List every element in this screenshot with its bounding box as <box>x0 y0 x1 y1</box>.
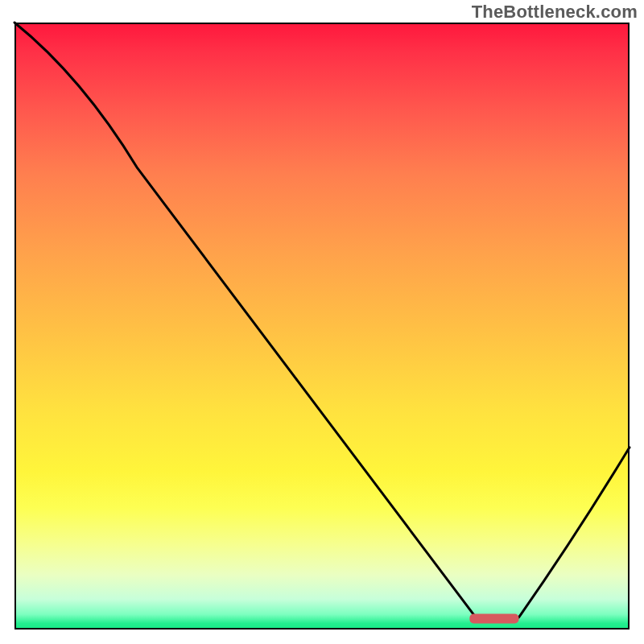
chart-container: TheBottleneck.com <box>0 0 644 644</box>
watermark-label: TheBottleneck.com <box>472 2 638 23</box>
bottleneck-curve <box>14 23 630 617</box>
chart-curve-layer <box>14 23 630 630</box>
plot-area <box>14 23 630 630</box>
optimal-range-marker <box>469 613 518 623</box>
